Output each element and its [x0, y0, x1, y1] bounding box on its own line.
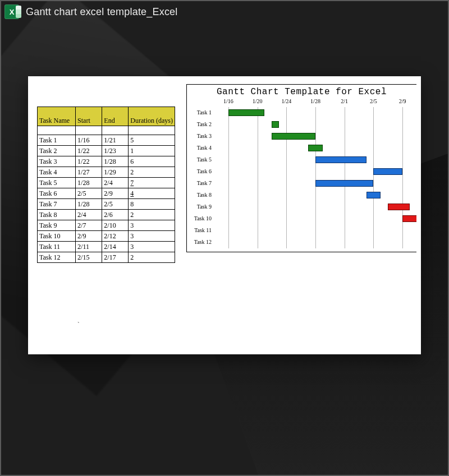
gantt-row: Task 4	[214, 142, 416, 154]
cell-task-name: Task 7	[38, 199, 76, 210]
table-row: Task 112/112/143	[38, 242, 175, 252]
gantt-row: Task 10	[214, 213, 416, 225]
table-row: Task 41/271/292	[38, 167, 175, 178]
y-tick-label: Task 11	[187, 227, 212, 233]
cell-duration: 8	[129, 199, 175, 210]
cell-end: 2/10	[102, 220, 129, 231]
cell-end: 1/23	[102, 146, 129, 156]
x-tick-label: 2/5	[370, 98, 377, 104]
y-tick-label: Task 3	[187, 133, 212, 139]
cell-task-name: Task 5	[38, 178, 76, 188]
cell-start: 2/9	[76, 231, 102, 242]
col-header-start: Start	[76, 107, 102, 126]
gantt-row: Task 2	[214, 119, 416, 131]
table-row: Task 51/282/47	[38, 178, 175, 188]
cell-end: 2/6	[102, 210, 129, 220]
table-row: Task 92/72/103	[38, 220, 175, 231]
gantt-row: Task 5	[214, 154, 416, 166]
y-tick-label: Task 8	[187, 192, 212, 198]
cell-duration: 2	[129, 252, 175, 263]
cell-duration: 3	[129, 231, 175, 242]
cell-duration: 4	[129, 188, 175, 199]
plot-area: Task 1Task 2Task 3Task 4Task 5Task 6Task…	[214, 107, 416, 248]
cell-end: 2/12	[102, 231, 129, 242]
y-tick-label: Task 6	[187, 168, 212, 174]
gantt-row: Task 6	[214, 166, 416, 178]
table-row: Task 122/152/172	[38, 252, 175, 263]
cell-task-name: Task 11	[38, 242, 76, 252]
y-tick-label: Task 7	[187, 180, 212, 186]
table-row: Task 71/282/58	[38, 199, 175, 210]
y-tick-label: Task 5	[187, 156, 212, 163]
cell-duration: 6	[129, 156, 175, 167]
table-row: Task 31/221/286	[38, 156, 175, 167]
stray-mark: `	[77, 321, 80, 327]
cell-end: 2/14	[102, 242, 129, 252]
gantt-row: Task 3	[214, 131, 416, 142]
cell-start: 2/4	[76, 210, 102, 220]
y-tick-label: Task 4	[187, 145, 212, 151]
gantt-bar	[272, 121, 279, 128]
table-row: Task 82/42/62	[38, 210, 175, 220]
cell-task-name: Task 6	[38, 188, 76, 199]
cell-task-name: Task 2	[38, 146, 76, 156]
document-page: Task Name Start End Duration (days) Task…	[28, 76, 421, 354]
cell-end: 1/28	[102, 156, 129, 167]
gantt-row: Task 8	[214, 190, 416, 201]
cell-task-name: Task 10	[38, 231, 76, 242]
table-header-row: Task Name Start End Duration (days)	[38, 107, 175, 126]
x-tick-label: 2/1	[341, 98, 348, 104]
table-row: Task 21/221/231	[38, 146, 175, 156]
cell-end: 1/21	[102, 135, 129, 146]
window-title: Gantt chart excel template_Excel	[26, 6, 178, 18]
cell-duration: 7	[129, 178, 175, 188]
cell-start: 2/5	[76, 188, 102, 199]
y-tick-label: Task 2	[187, 121, 212, 127]
x-tick-label: 1/20	[253, 98, 263, 104]
x-tick-label: 2/9	[399, 98, 406, 104]
cell-start: 1/28	[76, 199, 102, 210]
table-blank-row	[38, 126, 175, 135]
gantt-row: Task 7	[214, 178, 416, 190]
cell-start: 1/28	[76, 178, 102, 188]
cell-duration: 3	[129, 242, 175, 252]
cell-duration: 1	[129, 146, 175, 156]
col-header-duration: Duration (days)	[129, 107, 175, 126]
cell-task-name: Task 9	[38, 220, 76, 231]
col-header-task-name: Task Name	[38, 107, 76, 126]
table-row: Task 11/161/215	[38, 135, 175, 146]
cell-end: 1/29	[102, 167, 129, 178]
x-tick-label: 1/16	[223, 98, 233, 104]
table-row: Task 62/52/94	[38, 188, 175, 199]
cell-duration: 5	[129, 135, 175, 146]
cell-duration: 2	[129, 210, 175, 220]
gantt-row: Task 12	[214, 237, 416, 248]
task-table: Task Name Start End Duration (days) Task…	[37, 107, 175, 263]
gantt-bar	[388, 204, 410, 210]
cell-end: 2/5	[102, 199, 129, 210]
gantt-bar	[272, 133, 315, 140]
y-tick-label: Task 1	[187, 109, 212, 115]
gantt-bar	[315, 180, 373, 187]
cell-task-name: Task 12	[38, 252, 76, 263]
cell-start: 1/27	[76, 167, 102, 178]
y-tick-label: Task 10	[187, 215, 212, 221]
gantt-row: Task 11	[214, 225, 416, 237]
cell-start: 2/11	[76, 242, 102, 252]
cell-start: 1/22	[76, 146, 102, 156]
excel-icon: X	[4, 4, 19, 19]
col-header-end: End	[102, 107, 129, 126]
x-tick-label: 1/28	[310, 98, 320, 104]
cell-duration: 2	[129, 167, 175, 178]
cell-start: 2/15	[76, 252, 102, 263]
table-row: Task 102/92/123	[38, 231, 175, 242]
gantt-chart: Gantt Chart Template for Excel 1/161/201…	[186, 84, 416, 252]
gantt-bar	[228, 109, 265, 116]
chart-title: Gantt Chart Template for Excel	[187, 85, 416, 98]
cell-task-name: Task 1	[38, 135, 76, 146]
y-tick-label: Task 12	[187, 239, 212, 245]
gantt-bar	[402, 215, 416, 222]
titlebar: X Gantt chart excel template_Excel	[0, 0, 449, 24]
cell-duration: 3	[129, 220, 175, 231]
gantt-bar	[315, 156, 366, 163]
